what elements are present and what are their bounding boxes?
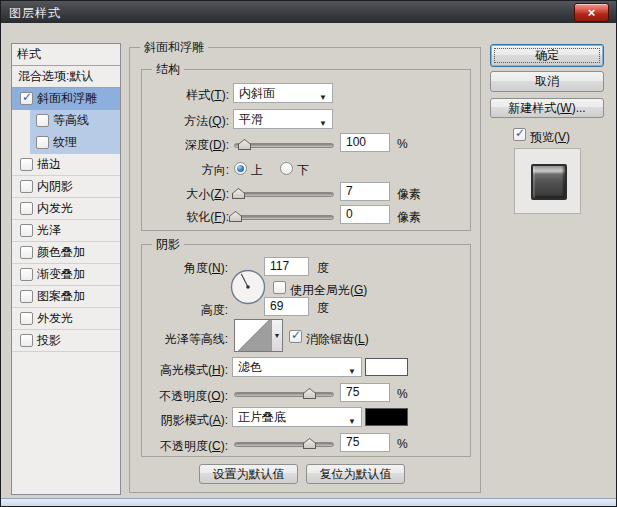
direction-up-radio[interactable] (234, 162, 247, 175)
soften-label: 软化(F): (59, 209, 229, 226)
check-icon: ✓ (22, 90, 32, 104)
direction-label: 方向: (59, 162, 229, 179)
shadow-mode-select[interactable]: 正片叠底 ▼ (232, 407, 362, 427)
angle-label: 角度(N): (58, 260, 228, 277)
angle-input[interactable]: 117 (264, 257, 309, 276)
highlight-opacity-unit: % (397, 387, 408, 401)
technique-select-value: 平滑 (239, 112, 263, 126)
direction-down-radio[interactable] (280, 162, 293, 175)
altitude-input[interactable]: 69 (264, 297, 309, 316)
soften-slider[interactable] (234, 215, 334, 220)
sidebar-item-label: 颜色叠加 (37, 244, 85, 261)
direction-up-label: 上 (251, 162, 263, 179)
shadow-color-swatch[interactable] (365, 408, 408, 426)
altitude-label: 高度: (58, 302, 228, 319)
highlight-mode-label: 高光模式(H): (58, 362, 228, 379)
technique-select[interactable]: 平滑 ▼ (233, 109, 333, 129)
item-checkbox[interactable] (20, 202, 33, 215)
size-label: 大小(Z): (59, 186, 229, 203)
item-checkbox[interactable] (36, 136, 49, 149)
dropdown-arrow-icon: ▼ (348, 363, 356, 381)
shadow-opacity-label: 不透明度(C): (58, 438, 228, 455)
shading-group-title: 阴影 (152, 238, 184, 251)
check-icon: ✓ (291, 328, 301, 342)
direction-down-label: 下 (297, 162, 309, 179)
shadow-mode-value: 正片叠底 (238, 410, 286, 424)
check-icon: ✓ (515, 126, 525, 140)
highlight-mode-select[interactable]: 滤色 ▼ (232, 357, 362, 377)
shadow-opacity-slider[interactable] (234, 442, 334, 447)
style-label: 样式(T): (59, 87, 229, 104)
size-slider[interactable] (234, 192, 334, 197)
sidebar-item-blending-options[interactable]: 混合选项:默认 (12, 66, 120, 88)
reset-default-button[interactable]: 复位为默认值 (306, 464, 405, 484)
item-checkbox[interactable] (36, 114, 49, 127)
highlight-opacity-label: 不透明度(O): (58, 388, 228, 405)
dropdown-arrow-icon: ▼ (319, 89, 327, 107)
set-default-button[interactable]: 设置为默认值 (199, 464, 298, 484)
style-select[interactable]: 内斜面 ▼ (233, 83, 333, 103)
gloss-contour-label: 光泽等高线: (58, 331, 228, 348)
shadow-opacity-input[interactable]: 75 (340, 433, 390, 452)
size-input[interactable]: 7 (340, 182, 390, 201)
preview-label: 预览(V) (530, 129, 570, 146)
shadow-mode-label: 阴影模式(A): (58, 412, 228, 429)
bevel-emboss-group-title: 斜面和浮雕 (140, 41, 208, 54)
sidebar-item-label: 光泽 (37, 222, 61, 239)
close-button[interactable]: × (574, 3, 609, 22)
item-checkbox[interactable] (20, 334, 33, 347)
size-unit: 像素 (397, 186, 421, 203)
anti-alias-checkbox[interactable]: ✓ (289, 330, 302, 343)
soften-unit: 像素 (397, 209, 421, 226)
soften-input[interactable]: 0 (340, 205, 390, 224)
titlebar[interactable]: 图层样式 × (1, 1, 617, 23)
sidebar-item-label: 描边 (37, 156, 61, 173)
window-title: 图层样式 (9, 5, 61, 22)
depth-input[interactable]: 100 (340, 133, 390, 152)
styles-header: 样式 (12, 44, 120, 66)
altitude-unit: 度 (317, 300, 329, 317)
structure-group-title: 结构 (152, 63, 184, 76)
gloss-contour-picker[interactable]: ▼ (234, 319, 283, 352)
highlight-color-swatch[interactable] (365, 358, 408, 376)
item-checkbox[interactable]: ✓ (20, 92, 33, 105)
item-checkbox[interactable] (20, 312, 33, 325)
item-checkbox[interactable] (20, 246, 33, 259)
technique-label: 方法(Q): (59, 113, 229, 130)
highlight-opacity-slider[interactable] (234, 392, 334, 397)
depth-unit: % (397, 137, 408, 151)
layer-style-dialog: 图层样式 × 样式 混合选项:默认 ✓斜面和浮雕等高线纹理描边内阴影内发光光泽颜… (0, 0, 617, 507)
item-checkbox[interactable] (20, 158, 33, 171)
close-icon: × (588, 5, 596, 20)
window-bottom-frame (1, 498, 617, 507)
dropdown-arrow-icon: ▼ (274, 332, 281, 339)
ok-button[interactable]: 确定 (490, 44, 604, 67)
highlight-mode-value: 滤色 (238, 360, 262, 374)
style-select-value: 内斜面 (239, 86, 275, 100)
anti-alias-label: 消除锯齿(L) (306, 331, 369, 348)
dropdown-arrow-icon: ▼ (348, 413, 356, 431)
item-checkbox[interactable] (20, 290, 33, 303)
gloss-contour-dropdown[interactable]: ▼ (271, 320, 282, 351)
item-checkbox[interactable] (20, 180, 33, 193)
preview-thumbnail (531, 164, 567, 200)
new-style-button[interactable]: 新建样式(W)... (490, 98, 604, 118)
shadow-opacity-unit: % (397, 437, 408, 451)
gloss-contour-thumbnail[interactable] (235, 320, 271, 351)
preview-checkbox[interactable]: ✓ (513, 128, 526, 141)
item-checkbox[interactable] (20, 224, 33, 237)
depth-label: 深度(D): (59, 137, 229, 154)
preview-box (514, 148, 581, 214)
item-checkbox[interactable] (20, 268, 33, 281)
dropdown-arrow-icon: ▼ (319, 115, 327, 133)
highlight-opacity-input[interactable]: 75 (340, 383, 390, 402)
angle-dial[interactable] (229, 268, 267, 306)
angle-unit: 度 (317, 260, 329, 277)
use-global-light-checkbox[interactable] (273, 281, 286, 294)
cancel-button[interactable]: 取消 (490, 71, 604, 92)
